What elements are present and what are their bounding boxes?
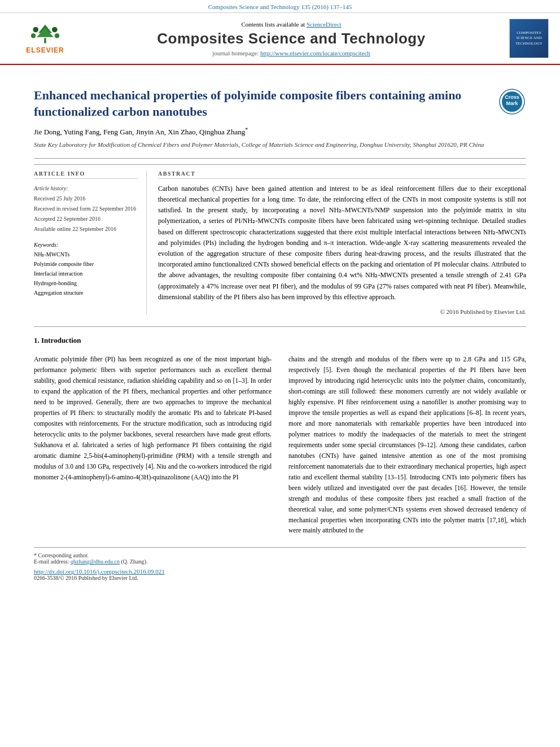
divider-2 [34, 326, 526, 327]
elsevier-logo: ELSEVIER [11, 23, 79, 54]
svg-rect-0 [44, 38, 46, 43]
article-history-section: Article history: Received 25 July 2016 R… [34, 184, 138, 234]
svg-text:Mark: Mark [506, 101, 518, 106]
contents-available-line: Contents lists available at ScienceDirec… [85, 21, 498, 28]
homepage-url[interactable]: http://www.elsevier.com/locate/compscite… [260, 50, 370, 56]
authors-line: Jie Dong, Yuting Fang, Feng Gan, Jinyin … [34, 126, 526, 137]
journal-info-center: Contents lists available at ScienceDirec… [85, 21, 498, 56]
article-info-column: ARTICLE INFO Article history: Received 2… [34, 171, 147, 315]
email-line: E-mail address: qhzhang@dhu.edu.cn (Q. Z… [34, 558, 526, 565]
journal-header: ELSEVIER Contents lists available at Sci… [0, 13, 560, 65]
article-title-text: Enhanced mechanical properties of polyim… [34, 88, 498, 120]
svg-text:Cross: Cross [505, 94, 519, 100]
elsevier-text: ELSEVIER [26, 46, 64, 54]
abstract-column: ABSTRACT Carbon nanotubes (CNTs) have be… [158, 171, 526, 315]
main-content: Enhanced mechanical properties of polyim… [0, 65, 560, 592]
article-info-abstract-section: ARTICLE INFO Article history: Received 2… [34, 164, 526, 315]
journal-homepage-line: journal homepage: http://www.elsevier.co… [85, 50, 498, 56]
keywords-label: Keywords: [34, 240, 138, 250]
doi-link[interactable]: http://dx.doi.org/10.1016/j.compscitech.… [34, 568, 165, 575]
doi-line: http://dx.doi.org/10.1016/j.compscitech.… [34, 568, 526, 575]
svg-point-6 [55, 33, 59, 38]
crossmark-icon: Cross Mark [498, 88, 526, 116]
accepted-date: Accepted 22 September 2016 [34, 214, 138, 224]
journal-cover-area: COMPOSITESSCIENCE ANDTECHNOLOGY [504, 19, 549, 58]
keywords-section: Keywords: NH₂-MWCNTs Polyimide composite… [34, 240, 138, 298]
journal-cover-thumbnail: COMPOSITESSCIENCE ANDTECHNOLOGY [509, 19, 549, 58]
journal-citation-bar: Composites Science and Technology 135 (2… [0, 0, 560, 13]
svg-point-3 [33, 27, 38, 33]
received-date: Received 25 July 2016 [34, 194, 138, 204]
abstract-text: Carbon nanotubes (CNTs) have been gained… [158, 184, 526, 303]
copyright-line: © 2016 Published by Elsevier Ltd. [158, 308, 526, 315]
introduction-heading: 1. Introduction [34, 336, 526, 345]
abstract-label: ABSTRACT [158, 171, 526, 179]
elsevier-tree-icon [28, 23, 62, 45]
article-info-label: ARTICLE INFO [34, 171, 138, 179]
keyword-4: Hydrogen-bonding [34, 278, 138, 288]
introduction-body: Aromatic polyimide fiber (PI) has been r… [34, 354, 526, 536]
intro-right-text: chains and the strength and modulus of t… [288, 354, 526, 536]
introduction-col-left: Aromatic polyimide fiber (PI) has been r… [34, 354, 272, 536]
history-label: Article history: [34, 184, 138, 194]
issn-line: 0266-3538/© 2016 Published by Elsevier L… [34, 575, 526, 581]
intro-left-text: Aromatic polyimide fiber (PI) has been r… [34, 354, 272, 483]
email-person: (Q. Zhang). [121, 558, 147, 565]
corresponding-author-note: * Corresponding author. [34, 552, 526, 558]
introduction-section: 1. Introduction Aromatic polyimide fiber… [34, 336, 526, 536]
email-link[interactable]: qhzhang@dhu.edu.cn [71, 558, 120, 565]
authors-text: Jie Dong, Yuting Fang, Feng Gan, Jinyin … [34, 128, 245, 137]
article-title-area: Enhanced mechanical properties of polyim… [34, 88, 526, 120]
affiliation-text: State Key Laboratory for Modification of… [34, 141, 526, 149]
keyword-3: Interfacial interaction [34, 269, 138, 278]
svg-point-5 [31, 33, 36, 38]
introduction-col-right: chains and the strength and modulus of t… [288, 354, 526, 536]
available-date: Available online 22 September 2016 [34, 224, 138, 234]
keyword-5: Aggregation structure [34, 288, 138, 298]
elsevier-logo-area: ELSEVIER [11, 23, 79, 54]
journal-title: Composites Science and Technology [85, 30, 498, 47]
keyword-2: Polyimide composite fiber [34, 259, 138, 269]
author-star: * [245, 126, 248, 133]
journal-citation-text: Composites Science and Technology 135 (2… [208, 3, 352, 10]
revised-date: Received in revised form 22 September 20… [34, 204, 138, 214]
keyword-1: NH₂-MWCNTs [34, 250, 138, 259]
footnote-area: * Corresponding author. E-mail address: … [34, 547, 526, 581]
crossmark-logo[interactable]: Cross Mark [498, 88, 526, 116]
sciencedirect-link[interactable]: ScienceDirect [307, 21, 342, 28]
svg-point-4 [52, 27, 58, 33]
divider-1 [34, 158, 526, 159]
